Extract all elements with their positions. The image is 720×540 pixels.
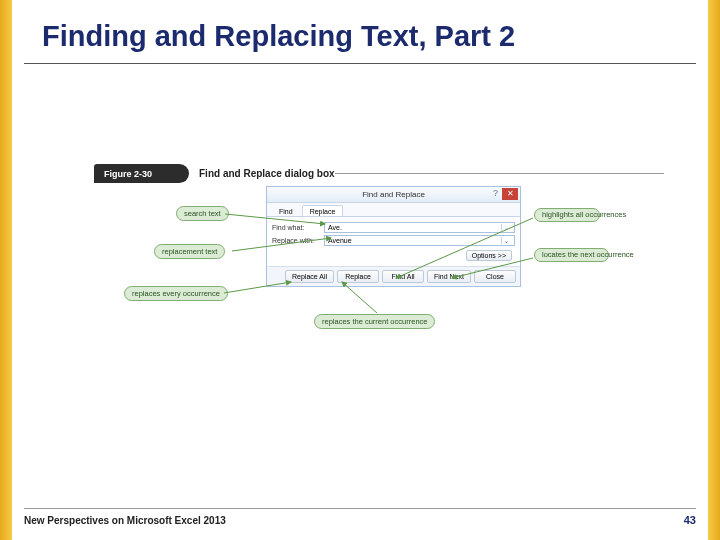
find-what-label: Find what: [272, 224, 324, 231]
footer-text: New Perspectives on Microsoft Excel 2013 [24, 515, 226, 526]
page-number: 43 [684, 514, 696, 526]
options-button[interactable]: Options >> [466, 250, 512, 261]
callout-locates-next: locates the next occurrence [534, 248, 609, 262]
callout-search-text: search text [176, 206, 229, 221]
chevron-down-icon[interactable]: ⌄ [501, 224, 511, 231]
tab-replace[interactable]: Replace [302, 205, 344, 216]
replace-button[interactable]: Replace [337, 270, 379, 283]
find-replace-dialog: Find and Replace ? ✕ Find Replace Find w… [266, 186, 521, 287]
callout-replaces-current: replaces the current occurrence [314, 314, 435, 329]
dialog-title: Find and Replace [362, 190, 425, 199]
help-icon[interactable]: ? [493, 188, 498, 198]
find-next-button[interactable]: Find Next [427, 270, 471, 283]
dialog-titlebar: Find and Replace ? ✕ [267, 187, 520, 203]
find-what-input[interactable]: Ave.⌄ [324, 222, 515, 233]
figure-number: Figure 2-30 [94, 164, 179, 183]
find-all-button[interactable]: Find All [382, 270, 424, 283]
close-icon[interactable]: ✕ [502, 188, 518, 200]
slide-title: Finding and Replacing Text, Part 2 [24, 14, 696, 64]
replace-with-label: Replace with: [272, 237, 324, 244]
chevron-down-icon[interactable]: ⌄ [501, 237, 511, 244]
figure-caption: Find and Replace dialog box [189, 164, 335, 183]
callout-highlights-all: highlights all occurrences [534, 208, 600, 222]
replace-with-input[interactable]: Avenue⌄ [324, 235, 515, 246]
callout-replaces-every: replaces every occurrence [124, 286, 228, 301]
callout-replacement-text: replacement text [154, 244, 225, 259]
close-button[interactable]: Close [474, 270, 516, 283]
figure: Figure 2-30 Find and Replace dialog box … [94, 164, 664, 361]
tab-find[interactable]: Find [271, 205, 301, 216]
replace-all-button[interactable]: Replace All [285, 270, 334, 283]
